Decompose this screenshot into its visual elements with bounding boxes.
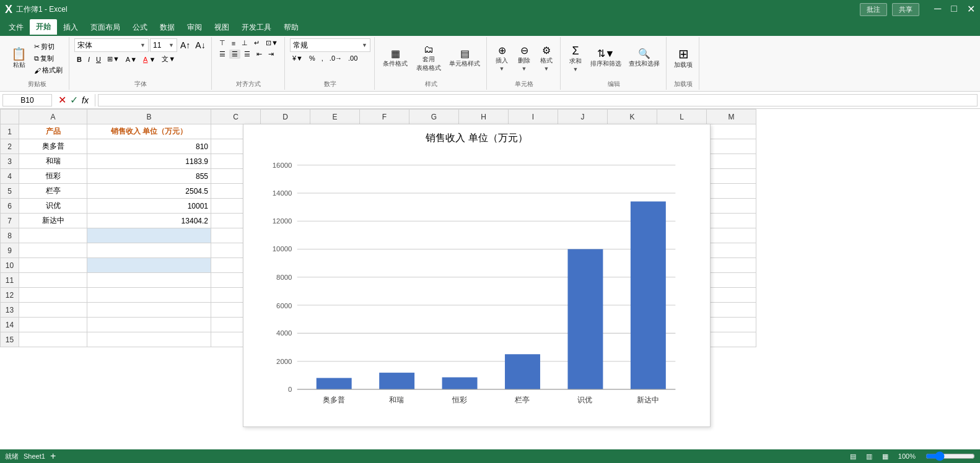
table-format-button[interactable]: 🗂 套用 表格格式	[413, 43, 444, 74]
increase-decimal-button[interactable]: .00	[346, 54, 360, 63]
number-format-dropdown[interactable]: 常规 ▼	[290, 38, 370, 52]
comment-button[interactable]: 批注	[860, 3, 887, 16]
menu-insert[interactable]: 插入	[57, 20, 84, 35]
menu-home[interactable]: 开始	[30, 19, 57, 36]
increase-font-button[interactable]: A↑	[178, 40, 192, 51]
align-top-button[interactable]: ⊤	[217, 38, 228, 48]
sheet-tab[interactable]: Sheet1	[24, 452, 45, 460]
col-header-K[interactable]: K	[608, 110, 657, 124]
currency-button[interactable]: ¥▼	[290, 54, 305, 63]
cell-M1[interactable]	[707, 124, 756, 139]
cell-A10[interactable]	[19, 258, 87, 273]
menu-developer[interactable]: 开发工具	[235, 20, 278, 35]
find-select-button[interactable]: 🔍 查找和选择	[626, 48, 662, 69]
increase-indent-button[interactable]: ⇥	[266, 50, 276, 59]
paste-button[interactable]: 📋 粘贴	[9, 46, 29, 71]
col-header-F[interactable]: F	[360, 110, 409, 124]
cell-A1[interactable]: 产品	[19, 124, 87, 139]
cancel-formula-button[interactable]: ✕	[58, 94, 66, 106]
chart-container[interactable]: 销售收入 单位（万元）	[243, 124, 711, 427]
sum-button[interactable]: Σ 求和 ▼	[566, 44, 585, 74]
confirm-formula-button[interactable]: ✓	[70, 94, 78, 106]
minimize-button[interactable]: ─	[934, 3, 941, 16]
cell-M5[interactable]	[707, 184, 756, 199]
zoom-slider[interactable]	[925, 451, 975, 461]
font-color-button[interactable]: A▼	[141, 55, 158, 64]
cell-B7[interactable]: 13404.2	[87, 214, 211, 228]
insert-function-button[interactable]: fx	[82, 95, 89, 105]
col-header-A[interactable]: A	[19, 110, 87, 124]
wrap-text-button[interactable]: ↵	[252, 38, 262, 48]
col-header-M[interactable]: M	[707, 110, 756, 124]
col-header-I[interactable]: I	[509, 110, 558, 124]
bold-button[interactable]: B	[74, 55, 84, 64]
view-normal-button[interactable]: ▤	[850, 452, 856, 461]
cell-A3[interactable]: 和瑞	[19, 154, 87, 169]
cell-B4[interactable]: 855	[87, 169, 211, 184]
cell-A4[interactable]: 恒彩	[19, 169, 87, 184]
cell-B1[interactable]: 销售收入 单位（万元）	[87, 124, 211, 139]
align-right-button[interactable]: ☰	[242, 50, 253, 59]
col-header-L[interactable]: L	[657, 110, 707, 124]
cell-B3[interactable]: 1183.9	[87, 154, 211, 169]
col-header-C[interactable]: C	[211, 110, 261, 124]
share-button[interactable]: 共享	[892, 3, 919, 16]
cell-reference[interactable]: B10	[2, 94, 52, 106]
align-middle-button[interactable]: ≡	[229, 39, 238, 48]
addins-button[interactable]: ⊞ 加载项	[672, 46, 695, 71]
underline-button[interactable]: U	[94, 55, 103, 64]
col-header-D[interactable]: D	[261, 110, 310, 124]
view-page-button[interactable]: ▦	[882, 452, 888, 461]
cell-B10[interactable]	[87, 258, 211, 273]
cell-B6[interactable]: 10001	[87, 199, 211, 214]
col-header-B[interactable]: B	[87, 110, 211, 124]
insert-cells-button[interactable]: ⊕ 插入 ▼	[492, 45, 512, 73]
decrease-indent-button[interactable]: ⇤	[254, 50, 265, 59]
italic-button[interactable]: I	[85, 55, 92, 64]
menu-view[interactable]: 视图	[208, 20, 235, 35]
wen-button[interactable]: 文▼	[159, 54, 178, 64]
cell-A2[interactable]: 奥多普	[19, 139, 87, 154]
close-button[interactable]: ✕	[967, 3, 975, 16]
format-painter-button[interactable]: 🖌 格式刷	[32, 65, 65, 76]
merge-button[interactable]: ⊡▼	[263, 38, 281, 48]
cell-B2[interactable]: 810	[87, 139, 211, 154]
cell-B5[interactable]: 2504.5	[87, 184, 211, 199]
col-header-J[interactable]: J	[558, 110, 608, 124]
cell-M3[interactable]	[707, 154, 756, 169]
cell-A9[interactable]	[19, 243, 87, 258]
cell-B8[interactable]	[87, 228, 211, 243]
restore-button[interactable]: □	[951, 3, 957, 16]
col-header-G[interactable]: G	[409, 110, 459, 124]
menu-help[interactable]: 帮助	[278, 20, 305, 35]
fill-color-button[interactable]: A▼	[123, 55, 139, 64]
menu-review[interactable]: 审阅	[181, 20, 208, 35]
col-header-E[interactable]: E	[310, 110, 360, 124]
view-layout-button[interactable]: ▥	[866, 452, 872, 461]
menu-page-layout[interactable]: 页面布局	[84, 20, 126, 35]
comma-button[interactable]: ,	[319, 54, 326, 63]
decrease-font-button[interactable]: A↓	[193, 40, 207, 51]
cell-M6[interactable]	[707, 199, 756, 214]
align-left-button[interactable]: ☰	[217, 50, 228, 59]
cell-A6[interactable]: 识优	[19, 199, 87, 214]
cond-format-button[interactable]: ▦ 条件格式	[380, 48, 411, 69]
menu-file[interactable]: 文件	[2, 20, 30, 35]
align-bottom-button[interactable]: ⊥	[239, 38, 250, 48]
menu-formula[interactable]: 公式	[126, 20, 154, 35]
cell-A7[interactable]: 新达中	[19, 214, 87, 228]
cell-style-button[interactable]: ▤ 单元格样式	[447, 48, 483, 69]
cell-M2[interactable]	[707, 139, 756, 154]
cell-A8[interactable]	[19, 228, 87, 243]
copy-button[interactable]: ⧉ 复制	[32, 53, 65, 64]
decrease-decimal-button[interactable]: .0→	[327, 54, 344, 63]
col-header-H[interactable]: H	[459, 110, 509, 124]
cell-B9[interactable]	[87, 243, 211, 258]
border-button[interactable]: ⊞▼	[105, 54, 122, 64]
font-name-dropdown[interactable]: 宋体 ▼	[74, 38, 149, 52]
sort-filter-button[interactable]: ⇅▼ 排序和筛选	[588, 48, 624, 69]
align-center-button[interactable]: ☰	[229, 50, 240, 59]
delete-cells-button[interactable]: ⊖ 删除 ▼	[514, 45, 534, 73]
format-cells-button[interactable]: ⚙ 格式 ▼	[536, 45, 556, 73]
percent-button[interactable]: %	[307, 54, 318, 63]
